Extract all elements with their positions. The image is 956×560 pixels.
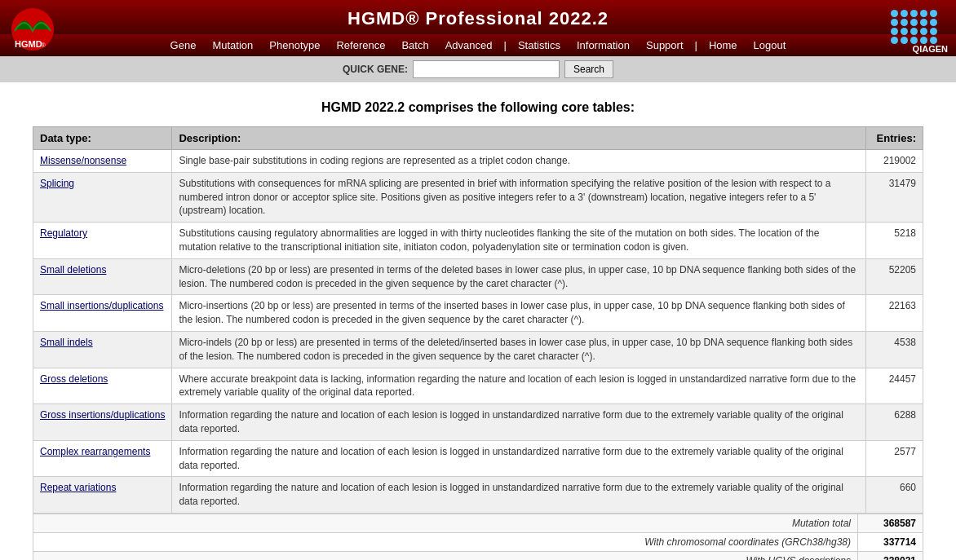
cell-type[interactable]: Small indels <box>33 331 172 368</box>
main-content: HGMD 2022.2 comprises the following core… <box>0 82 956 560</box>
summary-row: With chromosomal coordinates (GRCh38/hg3… <box>33 532 923 551</box>
cell-description: Information regarding the nature and loc… <box>172 404 866 441</box>
table-row: Complex rearrangementsInformation regard… <box>33 440 923 477</box>
cell-description: Substitutions causing regulatory abnorma… <box>172 223 866 259</box>
nav-advanced[interactable]: Advanced <box>437 37 501 53</box>
nav-sep-1: | <box>501 37 510 53</box>
col-header-description: Description: <box>172 127 866 150</box>
cell-description: Single base-pair substitutions in coding… <box>172 150 866 173</box>
table-row: Gross insertions/duplicationsInformation… <box>33 404 923 441</box>
table-row: Repeat variationsInformation regarding t… <box>33 477 923 514</box>
table-row: Small indelsMicro-indels (20 bp or less)… <box>33 331 923 368</box>
svg-text:®: ® <box>41 42 46 49</box>
table-row: RegulatorySubstitutions causing regulato… <box>33 223 923 259</box>
nav-information[interactable]: Information <box>569 37 638 53</box>
cell-entries: 219002 <box>866 150 923 173</box>
col-header-entries: Entries: <box>866 127 923 150</box>
cell-type[interactable]: Repeat variations <box>33 477 172 514</box>
summary-row: With HGVS descriptions338021 <box>33 551 923 560</box>
cell-description: Micro-deletions (20 bp or less) are pres… <box>172 258 866 295</box>
nav-home[interactable]: Home <box>701 37 746 53</box>
cell-description: Micro-insertions (20 bp or less) are pre… <box>172 295 866 332</box>
nav-batch[interactable]: Batch <box>393 37 436 53</box>
cell-description: Information regarding the nature and loc… <box>172 440 866 477</box>
cell-type[interactable]: Missense/nonsense <box>33 150 172 173</box>
table-row: Small deletionsMicro-deletions (20 bp or… <box>33 258 923 295</box>
cell-type[interactable]: Small deletions <box>33 258 172 295</box>
cell-description: Information regarding the nature and loc… <box>172 477 866 514</box>
summary-row: Mutation total368587 <box>33 514 923 532</box>
cell-entries: 2577 <box>866 440 923 477</box>
cell-entries: 660 <box>866 477 923 514</box>
cell-description: Micro-indels (20 bp or less) are present… <box>172 331 866 368</box>
table-row: Missense/nonsenseSingle base-pair substi… <box>33 150 923 173</box>
table-row: SplicingSubstitutions with consequences … <box>33 172 923 222</box>
summary-label: With chromosomal coordinates (GRCh38/hg3… <box>33 532 858 551</box>
quick-gene-input[interactable] <box>413 60 560 78</box>
table-row: Small insertions/duplicationsMicro-inser… <box>33 295 923 332</box>
cell-description: Where accurate breakpoint data is lackin… <box>172 368 866 404</box>
cell-description: Substitutions with consequences for mRNA… <box>172 172 866 222</box>
cell-entries: 6288 <box>866 404 923 441</box>
qiagen-logo: QIAGEN <box>891 7 948 47</box>
summary-value: 337714 <box>858 532 923 551</box>
nav-reference[interactable]: Reference <box>328 37 393 53</box>
hgmd-logo: HGMD ® <box>8 7 57 51</box>
nav-logout[interactable]: Logout <box>746 37 794 53</box>
page-header-title: HGMD® Professional 2022.2 <box>0 8 956 29</box>
cell-entries: 24457 <box>866 368 923 404</box>
cell-entries: 22163 <box>866 295 923 332</box>
nav-sep-2: | <box>692 37 701 53</box>
nav-support[interactable]: Support <box>638 37 692 53</box>
summary-label: Mutation total <box>33 514 858 532</box>
cell-type[interactable]: Splicing <box>33 172 172 222</box>
nav-mutation[interactable]: Mutation <box>204 37 261 53</box>
core-tables-table: Data type: Description: Entries: Missens… <box>33 126 923 514</box>
cell-type[interactable]: Gross deletions <box>33 368 172 404</box>
nav-phenotype[interactable]: Phenotype <box>261 37 328 53</box>
main-nav: Gene Mutation Phenotype Reference Batch … <box>0 34 956 56</box>
svg-text:HGMD: HGMD <box>15 39 42 49</box>
search-button[interactable]: Search <box>564 60 613 78</box>
quick-search-bar: Quick Gene: Search <box>0 56 956 82</box>
cell-entries: 4538 <box>866 331 923 368</box>
summary-value: 368587 <box>858 514 923 532</box>
quick-gene-label: Quick Gene: <box>343 64 408 75</box>
table-row: Gross deletionsWhere accurate breakpoint… <box>33 368 923 404</box>
cell-entries: 52205 <box>866 258 923 295</box>
col-header-type: Data type: <box>33 127 172 150</box>
cell-type[interactable]: Gross insertions/duplications <box>33 404 172 441</box>
summary-body: Mutation total368587With chromosomal coo… <box>33 514 923 560</box>
nav-gene[interactable]: Gene <box>162 37 205 53</box>
cell-type[interactable]: Small insertions/duplications <box>33 295 172 332</box>
summary-table: Mutation total368587With chromosomal coo… <box>33 514 923 560</box>
page-title: HGMD 2022.2 comprises the following core… <box>33 100 923 115</box>
header: HGMD ® HGMD® Professional 2022.2 QIAGEN <box>0 0 956 34</box>
summary-value: 338021 <box>858 551 923 560</box>
table-header-row: Data type: Description: Entries: <box>33 127 923 150</box>
summary-label: With HGVS descriptions <box>33 551 858 560</box>
cell-entries: 31479 <box>866 172 923 222</box>
cell-type[interactable]: Regulatory <box>33 223 172 259</box>
cell-entries: 5218 <box>866 223 923 259</box>
nav-statistics[interactable]: Statistics <box>510 37 569 53</box>
table-body: Missense/nonsenseSingle base-pair substi… <box>33 150 923 514</box>
cell-type[interactable]: Complex rearrangements <box>33 440 172 477</box>
